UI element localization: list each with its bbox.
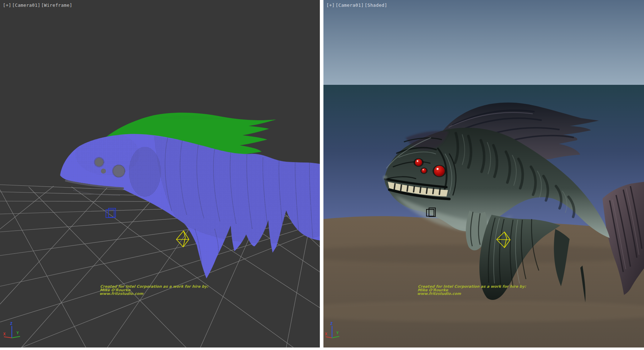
viewport-menu-shading[interactable]: [Wireframe] xyxy=(41,3,72,8)
axis-z-label: Z xyxy=(10,321,13,326)
watermark-text: Created for Intel Corporation as a work … xyxy=(99,285,209,295)
axis-z-label: Z xyxy=(330,321,333,326)
viewport-wireframe[interactable]: X Z Y [+][Camera01][Wireframe] Created f… xyxy=(0,0,320,347)
red-eye-upper xyxy=(415,159,422,166)
axis-tripod: X Z Y xyxy=(3,321,20,338)
viewport-menu-general[interactable]: [+] xyxy=(326,3,335,8)
axis-y-label: Y xyxy=(336,331,339,335)
axis-y-label: Y xyxy=(16,331,19,335)
bottom-border xyxy=(0,347,644,350)
viewport-shaded[interactable]: X Z Y [+][Camera01][Shaded] Created for … xyxy=(323,0,644,347)
viewport-label-right: [+][Camera01][Shaded] xyxy=(326,3,388,8)
shaded-scene[interactable]: X Z Y xyxy=(323,0,644,347)
red-eye-large xyxy=(434,166,445,176)
sky xyxy=(323,0,644,85)
watermark-line3: www.fritzstudio.com xyxy=(99,292,208,295)
axis-x-label: X xyxy=(325,332,327,336)
wireframe-scene[interactable]: X Z Y xyxy=(0,0,320,347)
viewport-menu-pov[interactable]: [Camera01] xyxy=(12,3,40,8)
dual-viewport-canvas: X Z Y [+][Camera01][Wireframe] Created f… xyxy=(0,0,644,350)
viewport-divider[interactable] xyxy=(320,0,323,347)
viewport-menu-general[interactable]: [+] xyxy=(3,3,11,8)
viewport-menu-pov[interactable]: [Camera01] xyxy=(336,3,364,8)
watermark-text: Created for Intel Corporation as a work … xyxy=(417,285,526,295)
axis-x-label: X xyxy=(3,332,6,336)
red-eye-small xyxy=(421,168,426,173)
viewport-menu-shading[interactable]: [Shaded] xyxy=(365,3,387,8)
viewport-label-left: [+][Camera01][Wireframe] xyxy=(3,3,73,8)
fish-body-wireframe[interactable] xyxy=(60,132,320,278)
watermark-line3: www.fritzstudio.com xyxy=(417,292,526,295)
